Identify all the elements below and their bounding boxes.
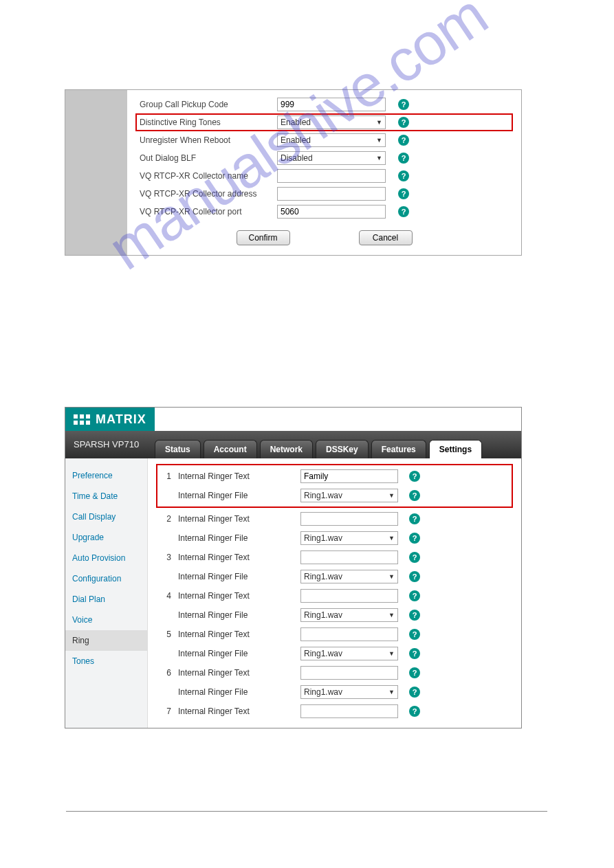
footer-rule [66,811,547,812]
ringer-group: 5Internal Ringer Text?Internal Ringer Fi… [160,625,509,663]
ringer-file-label: Internal Ringer File [178,610,300,620]
select-value: Ring1.wav [304,533,342,543]
setting-label: Unregister When Reboot [140,135,277,145]
help-icon[interactable]: ? [409,552,420,563]
sidemenu-item-tones[interactable]: Tones [65,651,147,671]
panel1-sidebar [65,90,127,255]
ringer-file-select[interactable]: Ring1.wav▼ [300,647,398,660]
product-subtitle: SPARSH VP710 [74,439,139,449]
ringer-text-input[interactable] [300,550,398,564]
setting-text-input[interactable] [277,187,386,201]
help-icon[interactable]: ? [409,590,420,601]
ringer-text-row: 4Internal Ringer Text? [160,586,509,605]
setting-select[interactable]: Disabled▼ [277,151,386,165]
ringer-file-select[interactable]: Ring1.wav▼ [300,685,398,699]
ringer-text-label: Internal Ringer Text [178,630,300,639]
ringer-text-row: 2Internal Ringer Text? [160,509,509,528]
ringer-text-input[interactable] [300,589,398,603]
top-nav: SPARSH VP710 StatusAccountNetworkDSSKeyF… [65,431,521,458]
tab-settings[interactable]: Settings [429,440,482,458]
ringer-text-label: Internal Ringer Text [178,706,300,716]
help-icon[interactable]: ? [398,188,409,199]
setting-row: Group Call Pickup Code? [140,96,509,113]
tab-account[interactable]: Account [204,440,257,458]
ringer-text-label: Internal Ringer Text [178,471,300,481]
ringer-file-row: Internal Ringer FileRing1.wav▼? [160,644,509,663]
setting-select[interactable]: Enabled▼ [277,133,386,147]
sidemenu-item-ring[interactable]: Ring [65,630,147,651]
ringer-file-select[interactable]: Ring1.wav▼ [300,531,398,545]
setting-label: Out Dialog BLF [140,153,277,163]
ringer-file-select[interactable]: Ring1.wav▼ [300,570,398,583]
help-icon[interactable]: ? [409,533,420,544]
ringer-file-select[interactable]: Ring1.wav▼ [300,489,398,502]
ringer-text-label: Internal Ringer Text [178,553,300,562]
sidemenu-item-dial-plan[interactable]: Dial Plan [65,589,147,610]
ringer-file-row: Internal Ringer FileRing1.wav▼? [160,605,509,625]
ringer-index: 6 [160,668,178,678]
sidemenu-item-call-display[interactable]: Call Display [65,507,147,527]
setting-row: VQ RTCP-XR Collector address? [140,185,509,203]
chevron-down-icon: ▼ [376,119,382,126]
sidemenu-item-configuration[interactable]: Configuration [65,568,147,589]
tab-features[interactable]: Features [371,440,426,458]
chevron-down-icon: ▼ [388,612,395,619]
help-icon[interactable]: ? [409,648,420,659]
select-value: Ring1.wav [304,687,342,697]
ringer-index: 1 [160,471,178,481]
sidemenu-item-auto-provision[interactable]: Auto Provision [65,548,147,568]
help-icon[interactable]: ? [409,610,420,621]
ringer-file-row: Internal Ringer FileRing1.wav▼? [160,486,509,505]
help-icon[interactable]: ? [398,153,409,164]
setting-select[interactable]: Enabled▼ [277,115,386,129]
tab-dsskey[interactable]: DSSKey [316,440,369,458]
panel1-body: Group Call Pickup Code?Distinctive Ring … [127,90,521,255]
ringer-text-input[interactable] [300,704,398,718]
help-icon[interactable]: ? [398,117,409,128]
setting-text-input[interactable] [277,169,386,183]
help-icon[interactable]: ? [398,170,409,181]
select-value: Ring1.wav [304,610,342,620]
chevron-down-icon: ▼ [388,650,395,657]
help-icon[interactable]: ? [398,135,409,146]
tab-network[interactable]: Network [260,440,313,458]
sidemenu-item-time-date[interactable]: Time & Date [65,486,147,507]
ringer-file-label: Internal Ringer File [178,687,300,697]
ringer-file-select[interactable]: Ring1.wav▼ [300,608,398,622]
help-icon[interactable]: ? [409,571,420,582]
help-icon[interactable]: ? [409,687,420,698]
ringer-index: 5 [160,630,178,639]
brand-name: MATRIX [96,412,146,427]
ringer-text-row: 6Internal Ringer Text? [160,663,509,682]
chevron-down-icon: ▼ [388,689,395,695]
ringer-file-row: Internal Ringer FileRing1.wav▼? [160,528,509,548]
ringer-group: 2Internal Ringer Text?Internal Ringer Fi… [160,509,509,548]
sidemenu-item-upgrade[interactable]: Upgrade [65,527,147,548]
cancel-button[interactable]: Cancel [359,230,413,245]
confirm-button[interactable]: Confirm [237,230,290,245]
help-icon[interactable]: ? [409,706,420,717]
ringer-text-input[interactable] [300,512,398,526]
help-icon[interactable]: ? [398,206,409,217]
setting-row: Out Dialog BLFDisabled▼? [140,149,509,167]
sidemenu-item-voice[interactable]: Voice [65,610,147,630]
ringer-index: 4 [160,591,178,601]
help-icon[interactable]: ? [409,513,420,524]
help-icon[interactable]: ? [409,667,420,678]
ringer-text-input[interactable] [300,469,398,483]
help-icon[interactable]: ? [409,471,420,482]
ringer-text-input[interactable] [300,627,398,641]
setting-text-input[interactable] [277,98,386,111]
chevron-down-icon: ▼ [388,573,395,580]
help-icon[interactable]: ? [409,629,420,640]
setting-row: Distinctive Ring TonesEnabled▼? [135,113,513,131]
sidemenu-item-preference[interactable]: Preference [65,465,147,486]
chevron-down-icon: ▼ [388,535,395,542]
tab-status[interactable]: Status [155,440,201,458]
help-icon[interactable]: ? [398,99,409,110]
ringer-text-input[interactable] [300,666,398,680]
ringer-text-row: 5Internal Ringer Text? [160,625,509,644]
setting-text-input[interactable] [277,205,386,219]
setting-row: VQ RTCP-XR Collector port? [140,203,509,221]
help-icon[interactable]: ? [409,490,420,501]
